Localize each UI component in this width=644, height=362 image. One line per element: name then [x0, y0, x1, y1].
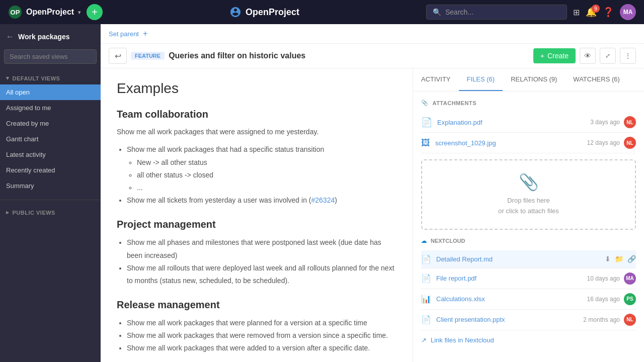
paperclip-icon: 📎 — [421, 100, 429, 106]
topbar: OP OpenProject ▾ + OpenProject 🔍 ⊞ 🔔 9 ❓… — [0, 0, 644, 24]
nc-file-avatar: PS — [624, 293, 636, 305]
document-area: Examples Team collaboration Show me all … — [101, 68, 413, 362]
attachment-date: 3 days ago — [590, 119, 620, 126]
brand-logo[interactable]: OP OpenProject ▾ — [8, 5, 80, 19]
nc-link-label: Link files in Nextcloud — [431, 336, 494, 344]
tab-relations[interactable]: RELATIONS (9) — [503, 68, 565, 91]
chevron-right-icon: ▸ — [6, 209, 10, 216]
nc-file-avatar: MA — [624, 273, 636, 285]
grid-icon[interactable]: ⊞ — [573, 8, 580, 17]
file-drop-zone[interactable]: 📎 Drop files hereor click to attach file… — [421, 159, 636, 230]
default-views-label: DEFAULT VIEWS — [13, 75, 60, 81]
nc-file-date: 10 days ago — [587, 275, 620, 282]
sidebar-title: Work packages — [18, 33, 69, 41]
public-views-section: ▸ PUBLIC VIEWS — [0, 202, 101, 223]
nc-file-name-link[interactable]: File report.pdf — [436, 275, 587, 282]
public-views-title[interactable]: ▸ PUBLIC VIEWS — [0, 206, 101, 219]
sidebar-item-summary[interactable]: Summary — [0, 178, 101, 194]
svg-text:OP: OP — [11, 9, 20, 16]
add-parent-icon[interactable]: + — [143, 29, 147, 38]
fullscreen-button[interactable]: ⤢ — [600, 48, 616, 64]
pptx-file-icon: 📄 — [421, 315, 431, 324]
nc-file-item: 📊 Calculations.xlsx 16 days ago PS — [421, 289, 636, 310]
nc-file-meta: 16 days ago PS — [587, 293, 636, 305]
clip-icon: 📎 — [434, 172, 623, 192]
attachment-date: 12 days ago — [587, 139, 620, 146]
md-file-icon: 📄 — [421, 254, 431, 264]
sidebar-item-all-open[interactable]: All open — [0, 84, 101, 100]
list-item: Show me all work packages that were adde… — [127, 342, 396, 354]
sidebar-item-created-by-me[interactable]: Created by me — [0, 116, 101, 131]
sidebar-header[interactable]: ← Work packages — [0, 24, 101, 45]
notifications-button[interactable]: 🔔 9 — [586, 7, 597, 18]
attachment-name-link[interactable]: Explanation.pdf — [437, 119, 590, 126]
attachment-avatar: NL — [624, 116, 636, 128]
sidebar-item-recently-created[interactable]: Recently created — [0, 162, 101, 178]
attachment-meta: 12 days ago NL — [587, 137, 636, 149]
breadcrumb: Set parent + — [101, 24, 644, 44]
sidebar-search[interactable] — [4, 49, 97, 64]
toolbar: ↩ FEATURE Queries and filter on historic… — [101, 44, 644, 68]
topbar-right: ⊞ 🔔 9 ❓ MA — [573, 4, 636, 20]
default-views-title[interactable]: ▾ DEFAULT VIEWS — [0, 72, 101, 84]
document-heading: Examples — [117, 80, 396, 97]
tab-watchers[interactable]: WATCHERS (6) — [565, 68, 627, 91]
sidebar-item-assigned-to-me[interactable]: Assigned to me — [0, 100, 101, 116]
list-item: ... — [137, 182, 396, 194]
help-button[interactable]: ❓ — [603, 7, 614, 18]
main-layout: ← Work packages ▾ DEFAULT VIEWS All open… — [0, 24, 644, 362]
new-item-button[interactable]: + — [87, 4, 103, 20]
list-item: New -> all other status — [137, 156, 396, 169]
nc-file-avatar: NL — [624, 314, 636, 326]
attachment-item: 🖼 screenshot_1029.jpg 12 days ago NL — [421, 133, 636, 153]
sidebar-item-gantt-chart[interactable]: Gantt chart — [0, 131, 101, 147]
nextcloud-section-title: ☁ NEXTCLOUD — [421, 238, 636, 244]
tab-activity[interactable]: ACTIVITY — [413, 68, 459, 91]
nc-file-actions: ⬇ 📁 🔗 — [605, 255, 636, 263]
nc-file-date: 16 days ago — [587, 296, 620, 303]
nc-file-item: 📄 File report.pdf 10 days ago MA — [421, 268, 636, 289]
notification-badge: 9 — [592, 5, 600, 13]
app-name: OpenProject — [246, 7, 299, 18]
pdf-icon: 📄 — [421, 117, 432, 128]
link-nextcloud-files-button[interactable]: ↗ Link files in Nextcloud — [421, 332, 636, 348]
set-parent-link[interactable]: Set parent — [109, 30, 139, 38]
nc-file-name-link[interactable]: Client presentation.pptx — [436, 316, 583, 323]
folder-icon[interactable]: 📁 — [615, 255, 623, 263]
download-icon[interactable]: ⬇ — [605, 255, 611, 263]
create-button[interactable]: + Create — [533, 48, 576, 63]
content-area: Examples Team collaboration Show me all … — [101, 68, 644, 362]
attachment-name-link[interactable]: screenshot_1029.jpg — [435, 139, 587, 147]
project-mgmt-list: Show me all phases and milestones that w… — [127, 236, 396, 287]
default-views-section: ▾ DEFAULT VIEWS All open Assigned to me … — [0, 68, 101, 198]
user-avatar[interactable]: MA — [620, 4, 636, 20]
list-item: Show me all work packages that were plan… — [127, 317, 396, 329]
nc-file-name-link[interactable]: Detailed Report.md — [436, 255, 605, 263]
pdf-file-icon: 📄 — [421, 274, 431, 283]
view-button[interactable]: 👁 — [580, 48, 596, 64]
panel-tabs: ACTIVITY FILES (6) RELATIONS (9) WATCHER… — [413, 68, 644, 92]
nextcloud-section: ☁ NEXTCLOUD 📄 Detailed Report.md ⬇ 📁 🔗 — [421, 238, 636, 348]
brand-name: OpenProject — [26, 8, 74, 17]
back-button[interactable]: ↩ — [109, 48, 127, 64]
sidebar-item-latest-activity[interactable]: Latest activity — [0, 147, 101, 162]
saved-views-search-input[interactable] — [4, 49, 97, 64]
attachment-meta: 3 days ago NL — [590, 116, 636, 128]
ticket-link[interactable]: #26324 — [311, 196, 335, 204]
attachment-avatar: NL — [624, 137, 636, 149]
nc-file-item: 📄 Client presentation.pptx 2 months ago … — [421, 310, 636, 330]
topbar-center: OpenProject — [109, 6, 420, 18]
search-input[interactable] — [445, 8, 560, 16]
more-actions-button[interactable]: ⋮ — [620, 48, 636, 64]
unlink-icon[interactable]: 🔗 — [627, 255, 636, 263]
image-icon: 🖼 — [421, 138, 430, 148]
sidebar-back-icon[interactable]: ← — [6, 32, 14, 41]
nc-file-name-link[interactable]: Calculations.xlsx — [436, 295, 587, 303]
public-views-label: PUBLIC VIEWS — [13, 210, 55, 216]
list-item: Show me all work packages that were remo… — [127, 329, 396, 342]
tab-files[interactable]: FILES (6) — [459, 68, 503, 91]
external-link-icon: ↗ — [421, 336, 427, 344]
attachments-section-title: 📎 ATTACHMENTS — [421, 100, 636, 106]
global-search[interactable]: 🔍 — [426, 5, 567, 20]
feature-badge: FEATURE — [131, 52, 165, 60]
